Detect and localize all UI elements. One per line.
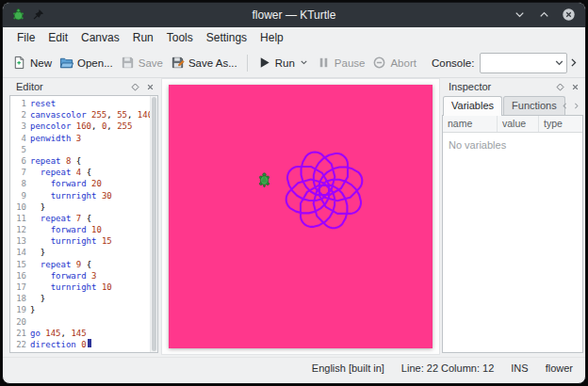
line-number: 8 bbox=[10, 178, 30, 189]
open-button[interactable]: Open... bbox=[56, 53, 117, 72]
code-line[interactable]: 19} bbox=[10, 304, 157, 315]
inspector-dock-header[interactable]: Inspector bbox=[442, 78, 583, 95]
inspector-table-header: namevaluetype bbox=[443, 116, 582, 133]
code-line[interactable]: 8 forward 20 bbox=[10, 178, 157, 189]
code-text: repeat 8 { bbox=[30, 155, 81, 167]
code-line[interactable]: 6repeat 8 { bbox=[10, 155, 157, 167]
code-line[interactable]: 4penwidth 3 bbox=[10, 133, 157, 144]
code-line[interactable]: 22direction 0 bbox=[10, 339, 157, 350]
code-text: forward 10 bbox=[30, 224, 102, 235]
column-header-name: name bbox=[443, 116, 498, 132]
code-text: canvascolor 255, 55, 140 bbox=[30, 109, 153, 121]
editor-dock-header[interactable]: Editor bbox=[9, 78, 158, 95]
editor-close-button[interactable] bbox=[143, 81, 156, 93]
line-number: 2 bbox=[10, 109, 30, 121]
run-button[interactable]: Run bbox=[253, 53, 313, 72]
code-text: turnright 15 bbox=[30, 235, 112, 247]
tab-scroll-left-icon[interactable] bbox=[560, 100, 570, 112]
open-button-label: Open... bbox=[77, 57, 113, 69]
code-text: repeat 9 { bbox=[30, 259, 91, 270]
editor-scrollbar[interactable] bbox=[150, 96, 157, 352]
tab-functions[interactable]: Functions bbox=[503, 96, 565, 115]
code-line[interactable]: 14 } bbox=[10, 247, 157, 258]
close-button[interactable] bbox=[562, 8, 576, 22]
code-line[interactable]: 10 } bbox=[10, 201, 157, 213]
code-text: repeat 4 { bbox=[30, 167, 91, 178]
menu-file[interactable]: File bbox=[10, 29, 41, 46]
pause-button: Pause bbox=[313, 53, 369, 72]
toolbar: NewOpen...SaveSave As...RunPauseAbort Co… bbox=[3, 48, 585, 78]
line-number: 21 bbox=[10, 328, 30, 339]
code-line[interactable]: 21go 145, 145 bbox=[10, 328, 157, 339]
code-text: } bbox=[30, 201, 45, 213]
cursor-position-status: Line: 22 Column: 12 bbox=[401, 362, 494, 374]
code-line[interactable]: 13 turnright 15 bbox=[10, 235, 157, 247]
insert-mode-status: INS bbox=[511, 362, 528, 374]
code-line[interactable]: 1reset bbox=[10, 98, 157, 109]
code-text: } bbox=[30, 293, 45, 304]
minimize-button[interactable] bbox=[513, 8, 527, 22]
inspector-empty-text: No variables bbox=[443, 133, 582, 157]
code-line[interactable]: 17 turnright 10 bbox=[10, 281, 157, 293]
document-name-status: flower bbox=[546, 362, 573, 374]
titlebar[interactable]: flower — KTurtle bbox=[3, 3, 585, 27]
code-text: } bbox=[30, 247, 45, 258]
code-text: repeat 7 { bbox=[30, 213, 91, 224]
menu-settings[interactable]: Settings bbox=[200, 29, 253, 46]
code-line[interactable]: 15 repeat 9 { bbox=[10, 259, 157, 270]
menu-tools[interactable]: Tools bbox=[160, 29, 200, 46]
console-combobox[interactable] bbox=[480, 53, 566, 73]
open-folder-icon bbox=[59, 56, 74, 70]
code-line[interactable]: 3pencolor 160, 0, 255 bbox=[10, 121, 157, 132]
inspector-close-button[interactable] bbox=[568, 81, 581, 93]
code-line[interactable]: 11 repeat 7 { bbox=[10, 213, 157, 224]
combo-chevron-down-icon[interactable] bbox=[552, 56, 566, 70]
code-line[interactable]: 9 turnright 30 bbox=[10, 190, 157, 201]
line-number: 12 bbox=[10, 224, 30, 235]
editor-dock: Editor 1reset2canvascolor 255, 55, 1403p… bbox=[9, 78, 158, 353]
menu-run[interactable]: Run bbox=[126, 29, 160, 46]
save-as-button[interactable]: Save As... bbox=[167, 53, 241, 72]
code-text: direction 0 bbox=[30, 339, 87, 350]
new-button[interactable]: New bbox=[8, 53, 56, 72]
line-number: 11 bbox=[10, 213, 30, 224]
pin-icon[interactable] bbox=[31, 8, 45, 22]
code-text: go 145, 145 bbox=[30, 328, 87, 339]
save-as-icon bbox=[171, 56, 185, 70]
code-line[interactable]: 2canvascolor 255, 55, 140 bbox=[10, 109, 157, 121]
menu-edit[interactable]: Edit bbox=[41, 29, 74, 46]
menu-help[interactable]: Help bbox=[253, 29, 290, 46]
tab-scroll-right-icon[interactable] bbox=[571, 100, 581, 112]
menubar: FileEditCanvasRunToolsSettingsHelp bbox=[3, 27, 585, 48]
editor-float-button[interactable] bbox=[128, 81, 141, 93]
code-editor[interactable]: 1reset2canvascolor 255, 55, 1403pencolor… bbox=[9, 95, 158, 353]
code-text: turnright 30 bbox=[30, 190, 112, 201]
code-line[interactable]: 7 repeat 4 { bbox=[10, 167, 157, 178]
line-number: 3 bbox=[10, 121, 30, 132]
line-number: 18 bbox=[10, 293, 30, 304]
code-line[interactable]: 18 } bbox=[10, 293, 157, 304]
code-line[interactable]: 16 forward 3 bbox=[10, 270, 157, 281]
inspector-dock: Inspector VariablesFunctions bbox=[442, 78, 583, 353]
line-number: 17 bbox=[10, 281, 30, 293]
tab-variables[interactable]: Variables bbox=[443, 96, 502, 116]
code-text: penwidth 3 bbox=[30, 133, 81, 144]
code-line[interactable]: 20 bbox=[10, 316, 157, 328]
pause-icon bbox=[317, 56, 331, 70]
maximize-button[interactable] bbox=[537, 8, 551, 22]
inspector-float-button[interactable] bbox=[553, 81, 566, 93]
code-text: reset bbox=[30, 98, 56, 109]
code-line[interactable]: 12 forward 10 bbox=[10, 224, 157, 235]
menu-canvas[interactable]: Canvas bbox=[74, 29, 126, 46]
run-icon bbox=[257, 56, 271, 70]
toolbar-overflow-button[interactable] bbox=[567, 54, 580, 72]
line-number: 10 bbox=[10, 201, 30, 213]
editor-dock-title: Editor bbox=[16, 81, 43, 92]
code-text: forward 20 bbox=[30, 178, 102, 189]
line-number: 6 bbox=[10, 155, 30, 167]
code-line[interactable]: 5 bbox=[10, 144, 157, 155]
editor-scrollbar-thumb[interactable] bbox=[152, 97, 156, 351]
canvas-view bbox=[161, 78, 440, 355]
toolbar-separator bbox=[247, 55, 248, 72]
new-document-icon bbox=[12, 56, 26, 70]
